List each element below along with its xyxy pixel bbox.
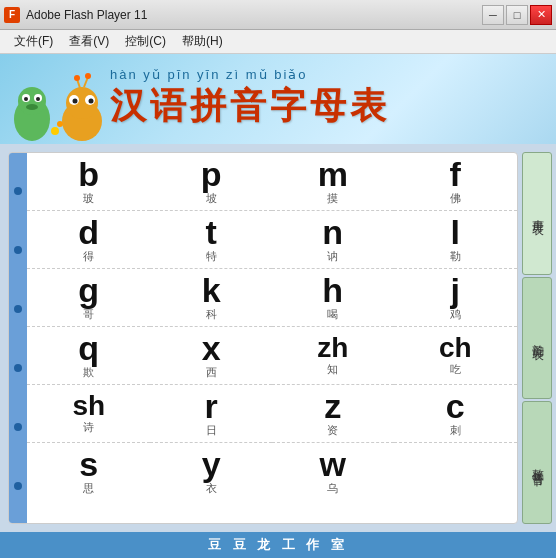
banner-title-container: hàn yǔ pīn yīn zì mǔ biǎo 汉语拼音字母表 <box>110 67 390 131</box>
hanzi-display: 讷 <box>327 249 338 264</box>
cell-inner: p坡 <box>152 155 270 208</box>
hanzi-display: 西 <box>206 365 217 380</box>
table-cell: b玻 <box>27 153 150 211</box>
cell-inner: zh知 <box>274 332 392 379</box>
table-cell: zh知 <box>272 327 394 385</box>
footer: 豆 豆 龙 工 作 室 <box>0 532 556 558</box>
letter-display: t <box>195 215 227 249</box>
table-cell: h喝 <box>272 269 394 327</box>
side-tabs: 声母表 韵母表 整体音节 <box>522 152 552 524</box>
app-icon: F <box>4 7 20 23</box>
table-row: g哥k科h喝j鸡 <box>27 269 517 327</box>
footer-text: 豆 豆 龙 工 作 室 <box>208 536 348 554</box>
hanzi-display: 乌 <box>327 481 338 496</box>
tab-shengmu[interactable]: 声母表 <box>522 152 552 275</box>
letter-display: r <box>195 389 227 423</box>
table-cell: n讷 <box>272 211 394 269</box>
hanzi-display: 吃 <box>450 362 461 377</box>
dot-1 <box>14 187 22 195</box>
cell-inner: b玻 <box>29 155 148 208</box>
letter-display: q <box>73 331 105 365</box>
table-cell: d得 <box>27 211 150 269</box>
letter-display: p <box>195 157 227 191</box>
cell-inner: z资 <box>274 387 392 440</box>
close-button[interactable]: ✕ <box>530 5 552 25</box>
menu-help[interactable]: 帮助(H) <box>176 31 229 52</box>
cell-inner: sh诗 <box>29 390 148 437</box>
letter-display: h <box>317 273 349 307</box>
table-cell: w乌 <box>272 443 394 501</box>
table-cell: g哥 <box>27 269 150 327</box>
cell-inner: k科 <box>152 271 270 324</box>
svg-point-17 <box>51 127 59 135</box>
banner-pinyin: hàn yǔ pīn yīn zì mǔ biǎo <box>110 67 308 82</box>
table-cell <box>394 443 517 501</box>
main-area: b玻p坡m摸f佛d得t特n讷l勒g哥k科h喝j鸡q欺x西zh知ch吃sh诗r日z… <box>0 144 556 532</box>
table-row: b玻p坡m摸f佛 <box>27 153 517 211</box>
menu-control[interactable]: 控制(C) <box>119 31 172 52</box>
hanzi-display: 坡 <box>206 191 217 206</box>
letter-display: y <box>195 447 227 481</box>
menu-bar: 文件(F) 查看(V) 控制(C) 帮助(H) <box>0 30 556 54</box>
hanzi-display: 勒 <box>450 249 461 264</box>
letter-display: f <box>439 157 471 191</box>
svg-point-12 <box>89 99 94 104</box>
table-cell: c刺 <box>394 385 517 443</box>
cell-inner: d得 <box>29 213 148 266</box>
hanzi-display: 日 <box>206 423 217 438</box>
hanzi-display: 摸 <box>327 191 338 206</box>
cell-inner: r日 <box>152 387 270 440</box>
cell-inner: y衣 <box>152 445 270 498</box>
hanzi-display: 喝 <box>327 307 338 322</box>
tab-zhengti[interactable]: 整体音节 <box>522 401 552 524</box>
table-cell: r日 <box>150 385 272 443</box>
letter-display: s <box>73 447 105 481</box>
table-cell: k科 <box>150 269 272 327</box>
letter-display: w <box>317 447 349 481</box>
svg-point-16 <box>85 73 91 79</box>
cell-inner: n讷 <box>274 213 392 266</box>
hanzi-display: 得 <box>83 249 94 264</box>
table-cell: f佛 <box>394 153 517 211</box>
menu-file[interactable]: 文件(F) <box>8 31 59 52</box>
table-cell: ch吃 <box>394 327 517 385</box>
mascot-image <box>10 59 110 144</box>
hanzi-display: 科 <box>206 307 217 322</box>
header-banner: hàn yǔ pīn yīn zì mǔ biǎo 汉语拼音字母表 <box>0 54 556 144</box>
hanzi-display: 思 <box>83 481 94 496</box>
letter-display: x <box>195 331 227 365</box>
hanzi-display: 诗 <box>83 420 94 435</box>
title-bar-left: F Adobe Flash Player 11 <box>4 7 147 23</box>
hanzi-display: 衣 <box>206 481 217 496</box>
cell-inner: g哥 <box>29 271 148 324</box>
table-cell: sh诗 <box>27 385 150 443</box>
letter-display: ch <box>439 334 472 362</box>
letter-display: b <box>73 157 105 191</box>
table-cell: p坡 <box>150 153 272 211</box>
table-row: sh诗r日z资c刺 <box>27 385 517 443</box>
menu-view[interactable]: 查看(V) <box>63 31 115 52</box>
cell-inner: t特 <box>152 213 270 266</box>
table-row: s思y衣w乌 <box>27 443 517 501</box>
svg-point-1 <box>18 87 46 115</box>
letter-display: sh <box>72 392 105 420</box>
table-cell: y衣 <box>150 443 272 501</box>
minimize-button[interactable]: ─ <box>482 5 504 25</box>
table-cell: q欺 <box>27 327 150 385</box>
letter-display: m <box>317 157 349 191</box>
table-row: d得t特n讷l勒 <box>27 211 517 269</box>
banner-chinese: 汉语拼音字母表 <box>110 82 390 131</box>
table-cell: j鸡 <box>394 269 517 327</box>
letter-display: l <box>439 215 471 249</box>
table-cell: l勒 <box>394 211 517 269</box>
cell-inner: j鸡 <box>396 271 515 324</box>
letter-display: n <box>317 215 349 249</box>
cell-inner: l勒 <box>396 213 515 266</box>
table-cell: x西 <box>150 327 272 385</box>
letter-display: j <box>439 273 471 307</box>
svg-point-4 <box>24 97 28 101</box>
cell-inner: ch吃 <box>396 332 515 379</box>
maximize-button[interactable]: □ <box>506 5 528 25</box>
window-title: Adobe Flash Player 11 <box>26 8 147 22</box>
tab-yunmu[interactable]: 韵母表 <box>522 277 552 400</box>
